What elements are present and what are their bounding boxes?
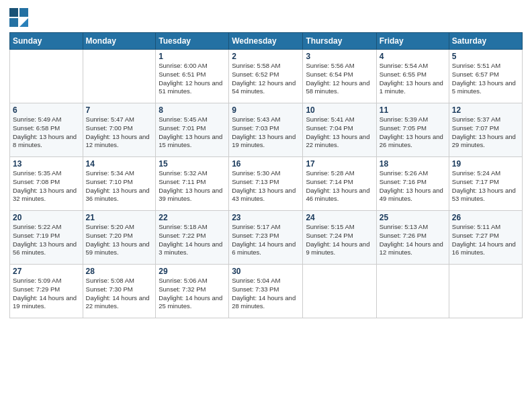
day-number: 22 bbox=[159, 213, 226, 222]
calendar-header-row: SundayMondayTuesdayWednesdayThursdayFrid… bbox=[10, 33, 523, 50]
calendar-cell: 28Sunrise: 5:08 AM Sunset: 7:30 PM Dayli… bbox=[83, 265, 156, 318]
calendar-cell: 26Sunrise: 5:11 AM Sunset: 7:27 PM Dayli… bbox=[449, 211, 522, 265]
col-header-saturday: Saturday bbox=[449, 33, 522, 50]
day-number: 4 bbox=[380, 52, 446, 61]
calendar-cell: 7Sunrise: 5:47 AM Sunset: 7:00 PM Daylig… bbox=[83, 103, 156, 157]
day-number: 23 bbox=[232, 213, 300, 222]
day-number: 18 bbox=[380, 159, 446, 169]
day-info: Sunrise: 5:37 AM Sunset: 7:07 PM Dayligh… bbox=[452, 116, 519, 150]
day-number: 7 bbox=[86, 105, 153, 115]
calendar-cell: 17Sunrise: 5:28 AM Sunset: 7:14 PM Dayli… bbox=[303, 157, 376, 211]
day-number: 25 bbox=[380, 213, 446, 222]
calendar-cell bbox=[449, 265, 522, 318]
day-number: 16 bbox=[232, 159, 300, 169]
calendar-cell: 12Sunrise: 5:37 AM Sunset: 7:07 PM Dayli… bbox=[449, 103, 522, 157]
day-number: 27 bbox=[13, 267, 80, 276]
day-number: 1 bbox=[159, 52, 226, 61]
day-number: 12 bbox=[452, 105, 519, 115]
calendar-cell: 25Sunrise: 5:13 AM Sunset: 7:26 PM Dayli… bbox=[376, 211, 449, 265]
day-number: 17 bbox=[306, 159, 373, 169]
day-number: 5 bbox=[452, 52, 519, 61]
calendar-week-4: 20Sunrise: 5:22 AM Sunset: 7:19 PM Dayli… bbox=[10, 211, 523, 265]
day-info: Sunrise: 6:00 AM Sunset: 6:51 PM Dayligh… bbox=[159, 62, 226, 96]
day-number: 2 bbox=[232, 52, 300, 61]
calendar-cell: 15Sunrise: 5:32 AM Sunset: 7:11 PM Dayli… bbox=[156, 157, 229, 211]
calendar-cell: 23Sunrise: 5:17 AM Sunset: 7:23 PM Dayli… bbox=[229, 211, 303, 265]
calendar-week-5: 27Sunrise: 5:09 AM Sunset: 7:29 PM Dayli… bbox=[10, 265, 523, 318]
calendar-cell: 16Sunrise: 5:30 AM Sunset: 7:13 PM Dayli… bbox=[229, 157, 303, 211]
day-info: Sunrise: 5:54 AM Sunset: 6:55 PM Dayligh… bbox=[380, 62, 446, 96]
calendar-week-1: 1Sunrise: 6:00 AM Sunset: 6:51 PM Daylig… bbox=[10, 50, 523, 103]
day-info: Sunrise: 5:49 AM Sunset: 6:58 PM Dayligh… bbox=[13, 116, 80, 150]
calendar-cell: 20Sunrise: 5:22 AM Sunset: 7:19 PM Dayli… bbox=[10, 211, 83, 265]
day-info: Sunrise: 5:17 AM Sunset: 7:23 PM Dayligh… bbox=[232, 223, 300, 257]
day-number: 30 bbox=[232, 267, 300, 276]
day-info: Sunrise: 5:08 AM Sunset: 7:30 PM Dayligh… bbox=[86, 277, 153, 311]
day-info: Sunrise: 5:34 AM Sunset: 7:10 PM Dayligh… bbox=[86, 169, 153, 203]
calendar-table: SundayMondayTuesdayWednesdayThursdayFrid… bbox=[9, 32, 523, 318]
day-number: 28 bbox=[86, 267, 153, 276]
calendar-cell: 29Sunrise: 5:06 AM Sunset: 7:32 PM Dayli… bbox=[156, 265, 229, 318]
calendar-cell: 9Sunrise: 5:43 AM Sunset: 7:03 PM Daylig… bbox=[229, 103, 303, 157]
calendar-cell: 6Sunrise: 5:49 AM Sunset: 6:58 PM Daylig… bbox=[10, 103, 83, 157]
day-number: 14 bbox=[86, 159, 153, 169]
day-info: Sunrise: 5:24 AM Sunset: 7:17 PM Dayligh… bbox=[452, 169, 519, 203]
calendar-cell bbox=[303, 265, 376, 318]
day-number: 3 bbox=[306, 52, 373, 61]
svg-rect-2 bbox=[9, 18, 18, 27]
day-info: Sunrise: 5:47 AM Sunset: 7:00 PM Dayligh… bbox=[86, 116, 153, 150]
svg-rect-1 bbox=[19, 8, 28, 17]
calendar-cell: 22Sunrise: 5:18 AM Sunset: 7:22 PM Dayli… bbox=[156, 211, 229, 265]
calendar-cell: 4Sunrise: 5:54 AM Sunset: 6:55 PM Daylig… bbox=[376, 50, 449, 103]
svg-marker-3 bbox=[19, 18, 28, 27]
day-number: 13 bbox=[13, 159, 80, 169]
calendar-cell: 21Sunrise: 5:20 AM Sunset: 7:20 PM Dayli… bbox=[83, 211, 156, 265]
day-number: 15 bbox=[159, 159, 226, 169]
day-info: Sunrise: 5:30 AM Sunset: 7:13 PM Dayligh… bbox=[232, 169, 300, 203]
calendar-cell: 18Sunrise: 5:26 AM Sunset: 7:16 PM Dayli… bbox=[376, 157, 449, 211]
page: SundayMondayTuesdayWednesdayThursdayFrid… bbox=[0, 0, 532, 411]
day-info: Sunrise: 5:58 AM Sunset: 6:52 PM Dayligh… bbox=[232, 62, 300, 96]
day-number: 11 bbox=[380, 105, 446, 115]
day-info: Sunrise: 5:56 AM Sunset: 6:54 PM Dayligh… bbox=[306, 62, 373, 96]
day-number: 20 bbox=[13, 213, 80, 222]
calendar-cell: 11Sunrise: 5:39 AM Sunset: 7:05 PM Dayli… bbox=[376, 103, 449, 157]
calendar-cell bbox=[376, 265, 449, 318]
day-number: 24 bbox=[306, 213, 373, 222]
col-header-monday: Monday bbox=[83, 33, 156, 50]
day-info: Sunrise: 5:43 AM Sunset: 7:03 PM Dayligh… bbox=[232, 116, 300, 150]
calendar-week-3: 13Sunrise: 5:35 AM Sunset: 7:08 PM Dayli… bbox=[10, 157, 523, 211]
calendar-cell: 13Sunrise: 5:35 AM Sunset: 7:08 PM Dayli… bbox=[10, 157, 83, 211]
day-info: Sunrise: 5:06 AM Sunset: 7:32 PM Dayligh… bbox=[159, 277, 226, 311]
calendar-cell: 8Sunrise: 5:45 AM Sunset: 7:01 PM Daylig… bbox=[156, 103, 229, 157]
col-header-friday: Friday bbox=[376, 33, 449, 50]
day-info: Sunrise: 5:04 AM Sunset: 7:33 PM Dayligh… bbox=[232, 277, 300, 311]
day-info: Sunrise: 5:51 AM Sunset: 6:57 PM Dayligh… bbox=[452, 62, 519, 96]
day-info: Sunrise: 5:28 AM Sunset: 7:14 PM Dayligh… bbox=[306, 169, 373, 203]
col-header-sunday: Sunday bbox=[10, 33, 83, 50]
day-number: 21 bbox=[86, 213, 153, 222]
day-number: 10 bbox=[306, 105, 373, 115]
day-info: Sunrise: 5:26 AM Sunset: 7:16 PM Dayligh… bbox=[380, 169, 446, 203]
calendar-cell: 14Sunrise: 5:34 AM Sunset: 7:10 PM Dayli… bbox=[83, 157, 156, 211]
day-number: 6 bbox=[13, 105, 80, 115]
day-number: 29 bbox=[159, 267, 226, 276]
calendar-cell: 10Sunrise: 5:41 AM Sunset: 7:04 PM Dayli… bbox=[303, 103, 376, 157]
day-info: Sunrise: 5:22 AM Sunset: 7:19 PM Dayligh… bbox=[13, 223, 80, 257]
col-header-wednesday: Wednesday bbox=[229, 33, 303, 50]
header bbox=[9, 8, 523, 27]
calendar-cell: 24Sunrise: 5:15 AM Sunset: 7:24 PM Dayli… bbox=[303, 211, 376, 265]
day-number: 8 bbox=[159, 105, 226, 115]
day-info: Sunrise: 5:35 AM Sunset: 7:08 PM Dayligh… bbox=[13, 169, 80, 203]
calendar-cell: 2Sunrise: 5:58 AM Sunset: 6:52 PM Daylig… bbox=[229, 50, 303, 103]
calendar-cell: 1Sunrise: 6:00 AM Sunset: 6:51 PM Daylig… bbox=[156, 50, 229, 103]
calendar-cell: 5Sunrise: 5:51 AM Sunset: 6:57 PM Daylig… bbox=[449, 50, 522, 103]
day-info: Sunrise: 5:15 AM Sunset: 7:24 PM Dayligh… bbox=[306, 223, 373, 257]
logo-icon bbox=[9, 8, 28, 27]
day-info: Sunrise: 5:32 AM Sunset: 7:11 PM Dayligh… bbox=[159, 169, 226, 203]
day-info: Sunrise: 5:39 AM Sunset: 7:05 PM Dayligh… bbox=[380, 116, 446, 150]
day-info: Sunrise: 5:20 AM Sunset: 7:20 PM Dayligh… bbox=[86, 223, 153, 257]
day-info: Sunrise: 5:13 AM Sunset: 7:26 PM Dayligh… bbox=[380, 223, 446, 257]
day-info: Sunrise: 5:18 AM Sunset: 7:22 PM Dayligh… bbox=[159, 223, 226, 257]
calendar-week-2: 6Sunrise: 5:49 AM Sunset: 6:58 PM Daylig… bbox=[10, 103, 523, 157]
